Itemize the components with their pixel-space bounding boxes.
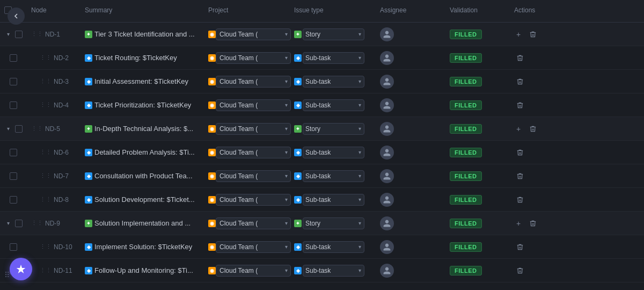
- issue-type-select[interactable]: Sub-task: [303, 265, 364, 277]
- filled-badge: FILLED: [450, 171, 482, 181]
- issue-type-select[interactable]: Sub-task: [303, 99, 364, 111]
- drag-handle[interactable]: ⋮⋮: [40, 196, 52, 203]
- row-checkbox[interactable]: [10, 54, 17, 62]
- issue-type-select[interactable]: Sub-task: [303, 194, 364, 206]
- row-checkbox[interactable]: [10, 149, 17, 156]
- row-checkbox[interactable]: [15, 220, 23, 227]
- delete-action-button[interactable]: [514, 242, 526, 252]
- row-checkbox-cell: [0, 75, 27, 89]
- ai-float-button[interactable]: [10, 258, 32, 280]
- issue-type-select[interactable]: Story: [303, 28, 364, 40]
- project-cell: ◉ Cloud Team (: [204, 143, 290, 162]
- avatar: [380, 75, 394, 89]
- app-container: Node Summary Project Issue type Assignee…: [0, 0, 644, 290]
- delete-action-button[interactable]: [514, 77, 526, 86]
- table-body: ▾ ⋮⋮ ND-1 ✦ Tier 3 Ticket Identification…: [0, 23, 644, 290]
- issue-type-select[interactable]: Sub-task: [303, 52, 364, 64]
- summary-text: Detailed Problem Analysis: $Ti...: [94, 148, 195, 156]
- row-checkbox[interactable]: [10, 196, 17, 204]
- project-select[interactable]: Cloud Team (: [216, 52, 291, 64]
- delete-action-button[interactable]: [527, 30, 539, 39]
- issue-type-select[interactable]: Sub-task: [303, 76, 364, 88]
- issue-type-select[interactable]: Sub-task: [303, 241, 364, 253]
- issue-type-select-icon: ✦: [294, 31, 302, 38]
- back-button[interactable]: [8, 8, 25, 25]
- node-cell: ⋮⋮ ND-10: [27, 240, 80, 254]
- col-node: Node: [27, 4, 80, 18]
- col-assignee: Assignee: [376, 4, 445, 18]
- project-select[interactable]: Cloud Team (: [216, 218, 291, 229]
- collapse-icon[interactable]: ▾: [4, 220, 12, 227]
- row-checkbox[interactable]: [10, 78, 17, 85]
- summary-text: In-Depth Technical Analysis: $...: [94, 125, 193, 133]
- add-action-button[interactable]: +: [514, 218, 523, 229]
- project-select[interactable]: Cloud Team (: [216, 194, 291, 206]
- project-select-wrapper: ◉ Cloud Team (: [208, 147, 291, 158]
- row-checkbox[interactable]: [10, 102, 17, 109]
- project-select-wrapper: ◉ Cloud Team (: [208, 265, 291, 277]
- issue-type-cell: ◈ Sub-task: [290, 262, 376, 280]
- issue-type-select[interactable]: Sub-task: [303, 147, 364, 158]
- filled-badge: FILLED: [450, 124, 482, 134]
- delete-action-button[interactable]: [514, 266, 526, 276]
- actions-cell: +: [510, 120, 564, 137]
- issue-type-select-icon: ✦: [294, 220, 302, 227]
- project-select[interactable]: Cloud Team (: [216, 241, 291, 253]
- row-checkbox[interactable]: [15, 125, 23, 133]
- issue-type-icon: ◈: [85, 54, 92, 62]
- project-icon: ◉: [208, 102, 216, 109]
- assignee-cell: [376, 190, 445, 210]
- row-checkbox[interactable]: [10, 172, 17, 180]
- delete-action-button[interactable]: [527, 219, 539, 228]
- delete-action-button[interactable]: [514, 148, 526, 157]
- project-select[interactable]: Cloud Team (: [216, 147, 291, 158]
- add-action-button[interactable]: +: [514, 29, 523, 40]
- drag-handle[interactable]: ⋮⋮: [31, 220, 43, 227]
- avatar: [380, 193, 394, 207]
- issue-type-cell: ◈ Sub-task: [290, 143, 376, 162]
- add-action-button[interactable]: +: [514, 124, 523, 134]
- project-select[interactable]: Cloud Team (: [216, 170, 291, 182]
- summary-text: Ticket Prioritization: $TicketKey: [94, 101, 191, 109]
- summary-text: Implement Solution: $TicketKey: [94, 243, 192, 251]
- drag-handle[interactable]: ⋮⋮: [40, 172, 52, 179]
- table-row: ⋮⋮ ND-11 ◈ Follow-Up and Monitoring: $Ti…: [0, 259, 644, 282]
- row-checkbox-cell: [0, 98, 27, 112]
- drag-handle[interactable]: ⋮⋮: [40, 54, 52, 61]
- col-summary: Summary: [80, 4, 204, 18]
- collapse-icon[interactable]: ▾: [4, 125, 12, 133]
- project-select[interactable]: Cloud Team (: [216, 123, 291, 135]
- delete-action-button[interactable]: [514, 53, 526, 63]
- table-row: ⋮⋮ ND-2 ◈ Ticket Routing: $TicketKey ◉ C…: [0, 46, 644, 70]
- project-select[interactable]: Cloud Team (: [216, 99, 291, 111]
- delete-action-button[interactable]: [514, 195, 526, 205]
- project-select[interactable]: Cloud Team (: [216, 28, 291, 40]
- delete-action-button[interactable]: [527, 124, 539, 134]
- summary-text: Consultation with Product Tea...: [94, 172, 193, 180]
- validation-cell: FILLED: [445, 239, 510, 255]
- delete-action-button[interactable]: [514, 100, 526, 110]
- drag-handle[interactable]: ⋮⋮: [40, 243, 52, 250]
- project-select[interactable]: Cloud Team (: [216, 265, 291, 277]
- drag-handle[interactable]: ⋮⋮: [40, 102, 52, 108]
- drag-handle[interactable]: ⋮⋮: [40, 149, 52, 156]
- table-row: ⋮⋮ ND-6 ◈ Detailed Problem Analysis: $Ti…: [0, 141, 644, 164]
- project-select[interactable]: Cloud Team (: [216, 76, 291, 88]
- issue-type-select[interactable]: Story: [303, 123, 364, 135]
- project-icon: ◉: [208, 31, 216, 38]
- validation-cell: FILLED: [445, 168, 510, 184]
- summary-text: Follow-Up and Monitoring: $Ti...: [94, 266, 193, 274]
- delete-action-button[interactable]: [514, 171, 526, 181]
- collapse-icon[interactable]: ▾: [4, 31, 12, 38]
- project-select-wrapper: ◉ Cloud Team (: [208, 28, 291, 40]
- drag-handle[interactable]: ⋮⋮: [40, 78, 52, 85]
- drag-handle[interactable]: ⋮⋮: [31, 31, 43, 38]
- row-checkbox[interactable]: [10, 243, 17, 251]
- validation-cell: FILLED: [445, 50, 510, 66]
- node-cell: ⋮⋮ ND-8: [27, 193, 80, 207]
- issue-type-select[interactable]: Sub-task: [303, 170, 364, 182]
- drag-handle[interactable]: ⋮⋮: [40, 267, 52, 274]
- drag-handle[interactable]: ⋮⋮: [31, 125, 43, 132]
- issue-type-select[interactable]: Story: [303, 218, 364, 229]
- row-checkbox[interactable]: [15, 31, 23, 38]
